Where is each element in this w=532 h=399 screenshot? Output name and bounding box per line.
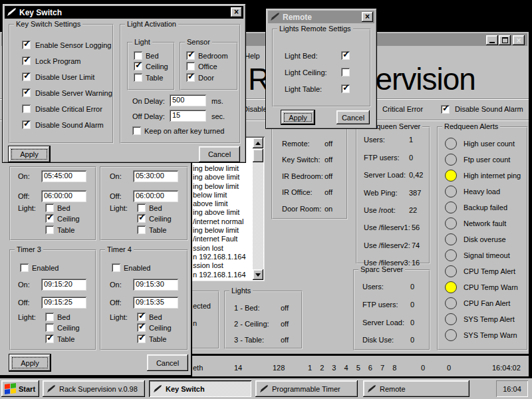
timer3-off-field[interactable]: 09:15:25	[41, 297, 86, 309]
alert-led	[445, 297, 457, 309]
status-ports: 1 2 3 4 5 6 7 8	[308, 364, 396, 372]
row-label: Disk Use:	[362, 336, 394, 344]
checkbox-label: Ceiling	[57, 215, 80, 223]
taskbar-item-label: Programmable Timer	[272, 385, 340, 393]
group-title: Sensor	[185, 38, 212, 46]
cancel-button[interactable]: Cancel	[147, 354, 188, 371]
row-value: 0	[409, 154, 413, 162]
timer1-table-checkbox[interactable]	[45, 225, 54, 234]
timer4-on-field[interactable]: 09:15:30	[133, 279, 178, 291]
start-button[interactable]: Start	[1, 380, 39, 397]
disable-critical-error-checkbox[interactable]	[22, 104, 31, 113]
disable-user-limit-checkbox[interactable]	[22, 72, 31, 81]
timer4-group: Timer 4 Enabled On: 09:15:30 Off: 09:15:…	[100, 249, 188, 350]
lock-program-checkbox[interactable]	[22, 57, 31, 65]
timer3-bed-checkbox[interactable]	[45, 313, 54, 321]
close-button[interactable]: ×	[362, 12, 373, 22]
sensor-office-checkbox[interactable]	[186, 62, 195, 70]
keep-on-checkbox[interactable]	[132, 126, 141, 135]
disable-sound-alarm-checkbox[interactable]	[22, 120, 31, 129]
off-delay-field[interactable]: 15	[170, 110, 206, 122]
timer4-table-checkbox[interactable]	[137, 334, 146, 343]
arrow-down-icon	[255, 273, 261, 277]
enable-sensor-logging-checkbox[interactable]	[22, 41, 31, 49]
close-button[interactable]: ×	[513, 35, 525, 45]
taskbar-clock[interactable]: 16:04	[496, 380, 528, 397]
light-ceiling-checkbox[interactable]	[134, 62, 142, 70]
off-label: Off:	[110, 192, 122, 200]
group-title: Key Switch Settings	[14, 20, 82, 28]
timer1-off-field[interactable]: 06:00:00	[41, 190, 86, 202]
group-title: Light	[132, 38, 152, 46]
timer4-enabled-checkbox[interactable]	[112, 263, 120, 272]
checkbox-label: Bed	[57, 204, 70, 212]
remote-titlebar[interactable]: Remote ×	[268, 11, 374, 23]
on-label: On:	[110, 281, 122, 289]
on-delay-field[interactable]: 500	[170, 94, 206, 106]
log-scrollbar[interactable]	[253, 138, 263, 280]
taskbar-item-programmable-timer[interactable]: Programmable Timer	[255, 380, 358, 397]
taskbar-item-rack-supervision[interactable]: Rack Supervision v.0.98	[43, 380, 145, 397]
group-title: Sparc Server	[358, 265, 405, 273]
timer4-bed-checkbox[interactable]	[137, 313, 146, 321]
apply-button[interactable]: Apply	[281, 110, 315, 124]
timer1-ceiling-checkbox[interactable]	[45, 214, 54, 223]
row-label: Users:	[364, 136, 385, 144]
scroll-thumb[interactable]	[253, 149, 263, 162]
remote-light-table-checkbox[interactable]	[341, 84, 350, 93]
timer2-on-field[interactable]: 05:30:00	[133, 170, 178, 182]
checkbox-label: Table	[149, 335, 166, 343]
timer3-table-checkbox[interactable]	[45, 334, 54, 343]
menu-item-help[interactable]: Help	[245, 52, 260, 60]
light-bed-checkbox[interactable]	[134, 51, 142, 60]
alert-label: Network fault	[464, 219, 506, 227]
disable-sound-alarm-checkbox[interactable]	[441, 105, 450, 114]
apply-button[interactable]: Apply	[9, 354, 51, 371]
remote-light-ceiling-checkbox[interactable]	[341, 68, 350, 76]
status-value: 0	[447, 364, 451, 372]
timer2-ceiling-checkbox[interactable]	[137, 214, 146, 223]
sensor-bedroom-checkbox[interactable]	[186, 51, 195, 60]
timer4-ceiling-checkbox[interactable]	[137, 323, 146, 332]
row-value: 74	[412, 241, 420, 249]
scroll-down-button[interactable]	[253, 269, 263, 280]
checkbox-label: Ceiling	[57, 324, 80, 332]
scroll-up-button[interactable]	[253, 138, 263, 148]
cancel-button[interactable]: Cancel	[199, 146, 240, 162]
alert-led	[445, 170, 457, 182]
timer3-on-field[interactable]: 09:15:20	[41, 279, 86, 291]
timer3-ceiling-checkbox[interactable]	[45, 323, 54, 332]
lights-remote-settings-group: Lights Remote Settigs Light Bed: Light C…	[272, 29, 371, 107]
apply-button[interactable]: Apply	[9, 146, 50, 162]
alert-led	[445, 281, 457, 293]
arrow-up-icon	[255, 142, 261, 145]
checkbox-label: Bedroom	[198, 52, 228, 60]
key-switch-titlebar[interactable]: Key Switch ×	[5, 6, 243, 19]
timer2-off-field[interactable]: 06:00:00	[133, 190, 178, 202]
close-button[interactable]: ×	[231, 7, 242, 17]
group-title: Light Activation	[125, 20, 178, 28]
taskbar-item-remote[interactable]: Remote	[363, 380, 469, 397]
timer2-table-checkbox[interactable]	[137, 225, 146, 234]
group-title: Redqueen Alerts	[442, 122, 500, 130]
row-label: Light Table:	[285, 85, 322, 93]
timer3-enabled-checkbox[interactable]	[20, 263, 29, 272]
checkbox-label: Disable Sound Alarm	[35, 121, 104, 129]
timer2-bed-checkbox[interactable]	[137, 203, 146, 212]
light-table-checkbox[interactable]	[134, 73, 142, 82]
cancel-button[interactable]: Cancel	[336, 110, 370, 124]
clock-label: 16:04	[503, 385, 521, 393]
row-label: Users:	[362, 283, 384, 291]
minimize-button[interactable]	[486, 35, 498, 45]
maximize-icon	[502, 37, 508, 43]
checkbox-label: Ceiling	[149, 324, 172, 332]
sensor-door-checkbox[interactable]	[186, 73, 195, 82]
remote-light-bed-checkbox[interactable]	[341, 51, 350, 60]
disable-server-warning-checkbox[interactable]	[22, 88, 31, 97]
taskbar-item-key-switch[interactable]: Key Switch	[149, 380, 251, 397]
maximize-button[interactable]	[499, 35, 511, 45]
timer1-bed-checkbox[interactable]	[45, 203, 54, 212]
timer4-off-field[interactable]: 09:15:35	[133, 297, 178, 309]
group-title: Timer 4	[105, 245, 134, 253]
timer1-on-field[interactable]: 05:45:00	[41, 170, 86, 182]
